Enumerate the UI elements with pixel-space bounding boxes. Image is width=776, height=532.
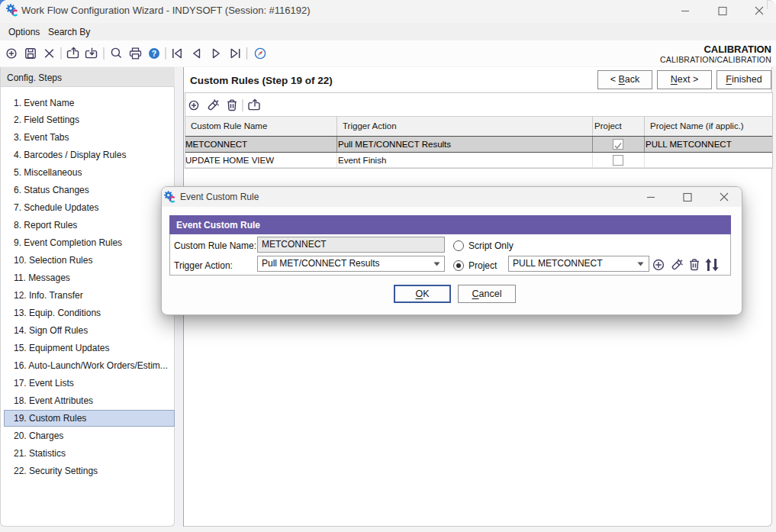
svg-text:?: ? (152, 49, 156, 58)
